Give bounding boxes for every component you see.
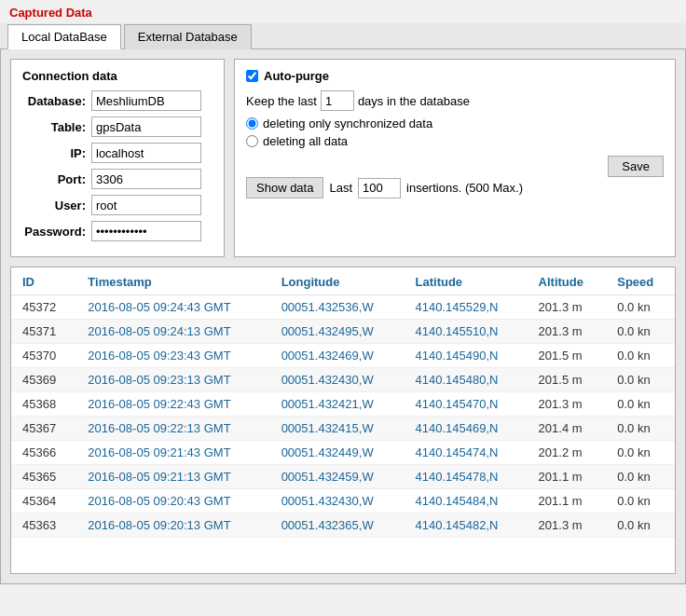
table-row: Table: <box>22 116 213 137</box>
cell-id: 45363 <box>11 513 76 538</box>
col-longitude: Longitude <box>270 267 405 295</box>
cell-longitude: 00051.432421,W <box>270 392 405 417</box>
cell-latitude: 4140.145482,N <box>405 513 528 538</box>
database-row: Database: <box>22 90 213 111</box>
col-altitude: Altitude <box>528 267 607 295</box>
tab-local-database[interactable]: Local DataBase <box>7 24 121 49</box>
table-row: 45368 2016-08-05 09:22:43 GMT 00051.4324… <box>11 392 675 417</box>
connection-panel-title: Connection data <box>22 69 213 83</box>
cell-altitude: 201.4 m <box>528 417 607 441</box>
cell-altitude: 201.1 m <box>528 465 607 489</box>
database-label: Database: <box>22 94 86 108</box>
table-row: 45371 2016-08-05 09:24:13 GMT 00051.4324… <box>11 320 675 344</box>
cell-latitude: 4140.145469,N <box>405 417 528 441</box>
cell-altitude: 201.3 m <box>528 392 607 417</box>
password-input[interactable] <box>91 221 201 241</box>
connection-panel: Connection data Database: Table: IP: Por… <box>10 59 225 257</box>
top-panels: Connection data Database: Table: IP: Por… <box>10 59 676 257</box>
user-input[interactable] <box>91 195 201 215</box>
data-table: ID Timestamp Longitude Latitude Altitude… <box>11 267 675 538</box>
table-row: 45372 2016-08-05 09:24:43 GMT 00051.4325… <box>11 295 675 320</box>
cell-id: 45366 <box>11 441 76 465</box>
cell-latitude: 4140.145470,N <box>405 392 528 417</box>
days-input[interactable] <box>321 90 354 111</box>
tabs-bar: Local DataBase External Database <box>0 23 686 49</box>
cell-speed: 0.0 kn <box>606 417 675 441</box>
cell-altitude: 201.1 m <box>528 489 607 513</box>
autopurge-checkbox[interactable] <box>246 70 258 82</box>
radio-sync-label: deleting only synchronized data <box>263 116 432 130</box>
ip-label: IP: <box>22 146 86 160</box>
cell-longitude: 00051.432469,W <box>270 344 405 368</box>
radio-sync-row: deleting only synchronized data <box>246 116 664 130</box>
cell-speed: 0.0 kn <box>606 368 675 392</box>
col-timestamp: Timestamp <box>76 267 269 295</box>
table-row: 45365 2016-08-05 09:21:13 GMT 00051.4324… <box>11 465 675 489</box>
cell-timestamp: 2016-08-05 09:23:13 GMT <box>76 368 269 392</box>
cell-id: 45365 <box>11 465 76 489</box>
radio-sync[interactable] <box>246 117 258 130</box>
cell-altitude: 201.5 m <box>528 344 607 368</box>
cell-latitude: 4140.145484,N <box>405 489 528 513</box>
cell-longitude: 00051.432365,W <box>270 513 405 538</box>
cell-altitude: 201.5 m <box>528 368 607 392</box>
cell-id: 45369 <box>11 368 76 392</box>
ip-row: IP: <box>22 143 213 163</box>
col-latitude: Latitude <box>405 267 528 295</box>
cell-timestamp: 2016-08-05 09:20:13 GMT <box>76 513 269 538</box>
port-row: Port: <box>22 169 213 189</box>
save-row: Save <box>246 156 664 177</box>
cell-speed: 0.0 kn <box>606 344 675 368</box>
cell-altitude: 201.3 m <box>528 295 607 320</box>
save-button[interactable]: Save <box>608 156 664 177</box>
autopurge-label: Auto-purge <box>264 69 329 83</box>
keep-the-last-text: Keep the last <box>246 94 317 108</box>
cell-timestamp: 2016-08-05 09:21:43 GMT <box>76 441 269 465</box>
radio-all[interactable] <box>246 135 258 147</box>
cell-altitude: 201.2 m <box>528 441 607 465</box>
cell-speed: 0.0 kn <box>606 441 675 465</box>
cell-longitude: 00051.432430,W <box>270 489 405 513</box>
cell-timestamp: 2016-08-05 09:23:43 GMT <box>76 344 269 368</box>
cell-speed: 0.0 kn <box>606 465 675 489</box>
cell-speed: 0.0 kn <box>606 295 675 320</box>
cell-latitude: 4140.145529,N <box>405 295 528 320</box>
page-title: Captured Data <box>0 0 686 23</box>
cell-speed: 0.0 kn <box>606 392 675 417</box>
table-input[interactable] <box>91 116 201 137</box>
cell-latitude: 4140.145480,N <box>405 368 528 392</box>
cell-id: 45372 <box>11 295 76 320</box>
autopurge-panel: Auto-purge Keep the last days in the dat… <box>234 59 676 257</box>
table-row: 45370 2016-08-05 09:23:43 GMT 00051.4324… <box>11 344 675 368</box>
cell-latitude: 4140.145510,N <box>405 320 528 344</box>
last-input[interactable] <box>358 178 401 198</box>
password-label: Password: <box>22 225 86 239</box>
cell-speed: 0.0 kn <box>606 489 675 513</box>
cell-id: 45367 <box>11 417 76 441</box>
user-row: User: <box>22 195 213 215</box>
tab-external-database[interactable]: External Database <box>124 24 252 49</box>
cell-id: 45370 <box>11 344 76 368</box>
port-input[interactable] <box>91 169 201 189</box>
cell-timestamp: 2016-08-05 09:24:13 GMT <box>76 320 269 344</box>
days-label: days in the database <box>358 94 470 108</box>
cell-timestamp: 2016-08-05 09:22:13 GMT <box>76 417 269 441</box>
table-header-row: ID Timestamp Longitude Latitude Altitude… <box>11 267 675 295</box>
table-row: 45363 2016-08-05 09:20:13 GMT 00051.4323… <box>11 513 675 538</box>
table-row: 45364 2016-08-05 09:20:43 GMT 00051.4324… <box>11 489 675 513</box>
cell-speed: 0.0 kn <box>606 320 675 344</box>
cell-longitude: 00051.432415,W <box>270 417 405 441</box>
table-row: 45367 2016-08-05 09:22:13 GMT 00051.4324… <box>11 417 675 441</box>
database-input[interactable] <box>91 90 201 111</box>
cell-latitude: 4140.145474,N <box>405 441 528 465</box>
radio-all-label: deleting all data <box>263 134 348 148</box>
show-data-button[interactable]: Show data <box>246 177 323 198</box>
cell-id: 45368 <box>11 392 76 417</box>
cell-id: 45371 <box>11 320 76 344</box>
cell-timestamp: 2016-08-05 09:21:13 GMT <box>76 465 269 489</box>
cell-timestamp: 2016-08-05 09:20:43 GMT <box>76 489 269 513</box>
cell-timestamp: 2016-08-05 09:22:43 GMT <box>76 392 269 417</box>
ip-input[interactable] <box>91 143 201 163</box>
autopurge-header: Auto-purge <box>246 69 664 83</box>
col-id: ID <box>11 267 76 295</box>
